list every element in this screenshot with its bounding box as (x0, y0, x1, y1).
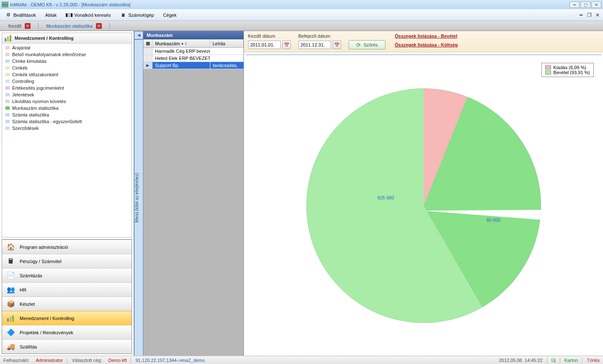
cell-leiras (210, 48, 243, 54)
svg-rect-3 (7, 318, 9, 322)
sidebar-item-label: Cimkék időszakonként (12, 72, 58, 77)
module-projects[interactable]: 🔷Projektek / Rendezvények (2, 325, 132, 339)
module-shipping[interactable]: 🚚Szállítás (2, 339, 132, 354)
legend-swatch-icon (545, 70, 551, 75)
projects-icon: 🔷 (6, 328, 16, 337)
truck-icon: 🚚 (6, 342, 16, 351)
sidebar-item-label: Likviditás nyomon követés (12, 99, 66, 104)
module-hr[interactable]: 👥HR (2, 282, 132, 297)
sidebar-item[interactable]: Értékesítés jogcímenként (2, 85, 132, 91)
content-area: Kezdő dátum Befejező dátum Összegek list… (244, 31, 603, 356)
row-indicator-icon: ▶ (143, 62, 153, 69)
close-icon[interactable]: ✕ (96, 23, 102, 29)
bullet-icon (5, 113, 10, 116)
status-user: Administrator (36, 358, 63, 363)
document-icon: 📄 (6, 271, 16, 280)
row-indicator-icon (143, 55, 153, 62)
sidebar: Menedzsment / Kontrolling ÁrajánlatBelső… (0, 31, 134, 356)
pie-label-bevetel: 925 000 (378, 195, 394, 200)
sidebar-item[interactable]: Controlling (2, 78, 132, 85)
filter-button[interactable]: ⟳ Szűrés (349, 40, 386, 49)
menu-label: Beállítások (13, 13, 36, 18)
sidebar-collapse-label[interactable]: Menü (klikk az elrejtéshez) (134, 39, 143, 356)
tab-workno-stats[interactable]: Munkaszám statisztika ✕ (42, 22, 106, 30)
cell-munkaszam: Heted Elek ERP BEVEZETÉS (153, 55, 210, 62)
module-management[interactable]: Menedzsment / Kontrolling (2, 311, 132, 325)
svg-rect-1 (7, 36, 9, 41)
menu-label: Ablak (45, 13, 57, 18)
end-date-label: Befejező dátum (298, 34, 344, 39)
status-company: Demo kft (108, 358, 127, 363)
close-button[interactable]: ✕ (591, 1, 601, 8)
sidebar-item[interactable]: Cimkék időszakonként (2, 71, 132, 78)
module-label: Program adminisztráció (20, 245, 68, 250)
sidebar-item[interactable]: Jelentések (2, 91, 132, 98)
table-row[interactable]: Heted Elek ERP BEVEZETÉS (143, 55, 243, 62)
calculator-icon: 🖩 (6, 257, 16, 266)
module-stock[interactable]: 📦Készlet (2, 297, 132, 311)
sidebar-item[interactable]: Munkaszám statisztika (2, 105, 132, 111)
module-billing[interactable]: 📄Számlázás (2, 268, 132, 282)
table-row[interactable]: Harmadik Cég ERP bevezetés (143, 48, 243, 55)
mdi-minimize-button[interactable]: ━ (577, 12, 585, 18)
start-date-input[interactable] (248, 41, 281, 49)
sidebar-tree: Menedzsment / Kontrolling ÁrajánlatBelső… (2, 33, 132, 238)
status-new-button[interactable]: Új (551, 358, 556, 363)
grid-col-leiras[interactable]: Leírás (210, 39, 243, 47)
sidebar-item[interactable]: Likviditás nyomon követés (2, 98, 132, 105)
close-icon[interactable]: ✕ (25, 23, 31, 29)
app-icon: ima (2, 2, 8, 8)
module-program-admin[interactable]: 🏠Program adminisztráció (2, 240, 132, 254)
link-list-cost[interactable]: Összegek listázása - Költség (395, 42, 458, 47)
sidebar-item[interactable]: Címke kimutatás (2, 58, 132, 65)
sidebar-item[interactable]: Árajánlat (2, 44, 132, 51)
table-row[interactable]: ▶Support Bp.tanácsadás, (143, 62, 243, 69)
minimize-button[interactable]: ━ (569, 1, 580, 8)
cell-munkaszam: Support Bp. (153, 62, 210, 69)
menu-calculator[interactable]: 🖩 Számológép (117, 11, 156, 19)
menu-settings[interactable]: ⚙ Beállítások (3, 11, 39, 19)
menu-window[interactable]: Ablak (43, 12, 60, 18)
mdi-restore-button[interactable]: ❐ (585, 12, 593, 18)
menu-companies[interactable]: Cégek (160, 12, 179, 18)
module-finance[interactable]: 🖩Pénzügy / Számvitel (2, 254, 132, 268)
status-delete-button[interactable]: Törlés (587, 358, 600, 363)
chart-area: Kiadás (6,09 %) Bevétel (93,91 %) 925 00… (246, 54, 601, 356)
house-icon: 🏠 (6, 243, 16, 252)
end-date-input[interactable] (298, 41, 331, 49)
tab-home[interactable]: Kezdő ✕ (4, 22, 35, 30)
grid-selector-header[interactable]: ▦ (143, 39, 153, 47)
barcode-icon: ▮▯▮ (66, 12, 72, 18)
menu-barcode-search[interactable]: ▮▯▮ Vonalkód keresés (63, 11, 113, 19)
statusbar: Felhasználó: Administrator Választott cé… (0, 356, 603, 364)
status-card-button[interactable]: Karton (564, 358, 578, 363)
chart-bars-icon (6, 314, 16, 323)
chart-bars-icon (5, 35, 12, 41)
bullet-icon (5, 120, 10, 123)
sidebar-item[interactable]: Belső munkafolyamatok ellenőrzése (2, 51, 132, 58)
mdi-close-button[interactable]: ✕ (594, 12, 601, 18)
grid-body: Harmadik Cég ERP bevezetésHeted Elek ERP… (143, 48, 243, 69)
sidebar-collapse-button[interactable]: ◀ (134, 31, 143, 39)
grid-header: ▦ Munkaszám▲1 Leírás (143, 39, 243, 48)
sidebar-item-label: Értékesítés jogcímenként (12, 85, 64, 90)
bullet-icon (5, 106, 10, 110)
sidebar-item[interactable]: Szerződések (2, 125, 132, 132)
main-layout: Menedzsment / Kontrolling ÁrajánlatBelső… (0, 31, 603, 356)
sidebar-item[interactable]: Számla statisztika - egyszerűsített (2, 118, 132, 125)
sidebar-item[interactable]: Számla statisztika (2, 111, 132, 118)
link-list-revenue[interactable]: Összegek listázása - Bevétel (395, 34, 457, 39)
box-icon: 📦 (6, 299, 16, 309)
module-label: Projektek / Rendezvények (20, 330, 73, 335)
sidebar-item[interactable]: Cimkék (2, 65, 132, 71)
filter-button-label: Szűrés (363, 42, 378, 47)
grid-col-munkaszam[interactable]: Munkaszám▲1 (153, 39, 210, 47)
start-date-picker-button[interactable]: 📅 (282, 41, 291, 49)
module-label: HR (20, 287, 26, 292)
end-date-picker-button[interactable]: 📅 (333, 41, 341, 49)
pie-slices: 925 000 60 000 (306, 88, 541, 323)
module-label: Számlázás (20, 273, 42, 278)
sidebar-item-label: Számla statisztika (12, 112, 49, 117)
maximize-button[interactable]: ▢ (580, 1, 590, 8)
refresh-icon: ⟳ (356, 42, 361, 48)
